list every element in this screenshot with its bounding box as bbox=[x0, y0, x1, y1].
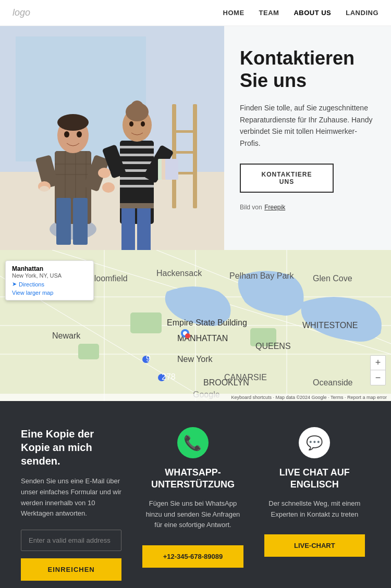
svg-rect-60 bbox=[130, 312, 162, 333]
svg-text:Newark: Newark bbox=[52, 331, 81, 340]
directions-icon: ➤ bbox=[12, 281, 17, 287]
map-section: MANHATTAN New York BROOKLYN QUEENS WHITE… bbox=[0, 250, 391, 401]
svg-point-48 bbox=[129, 121, 133, 127]
zoom-in-button[interactable]: + bbox=[371, 356, 385, 370]
svg-point-47 bbox=[131, 101, 143, 113]
submit-button[interactable]: EINREICHEN bbox=[21, 558, 121, 581]
svg-point-25 bbox=[64, 131, 69, 137]
email-form-column: Eine Kopie der Kopie an mich senden. Sen… bbox=[16, 427, 132, 581]
svg-text:New York: New York bbox=[177, 355, 213, 364]
svg-point-26 bbox=[77, 131, 82, 137]
hero-content: Kontaktieren Sie uns Finden Sie tolle, a… bbox=[224, 26, 391, 250]
svg-text:QUEENS: QUEENS bbox=[255, 342, 291, 351]
svg-rect-36 bbox=[137, 206, 151, 250]
email-input[interactable] bbox=[21, 530, 121, 551]
map-popup: Manhattan New York, NY, USA ➤ Directions… bbox=[5, 260, 94, 301]
nav-landing[interactable]: LANDING bbox=[346, 9, 378, 17]
map-popup-title: Manhattan bbox=[12, 265, 87, 272]
svg-text:9: 9 bbox=[146, 354, 151, 363]
whatsapp-description: Fügen Sie uns bei WhatsApp hinzu und sen… bbox=[142, 498, 243, 531]
nav-about[interactable]: ABOUT US bbox=[294, 9, 331, 17]
svg-point-81 bbox=[185, 333, 190, 339]
whatsapp-icon: 📞 bbox=[184, 434, 202, 452]
svg-point-49 bbox=[141, 121, 145, 127]
svg-point-40 bbox=[98, 168, 111, 178]
svg-text:Bloomfield: Bloomfield bbox=[89, 274, 128, 283]
map-attribution: Keyboard shortcuts · Map data ©2024 Goog… bbox=[231, 395, 387, 400]
svg-text:CANARSIE: CANARSIE bbox=[224, 373, 267, 382]
svg-rect-5 bbox=[193, 104, 197, 208]
whatsapp-column: 📞 Whatsapp-Unterstützung Fügen Sie uns b… bbox=[132, 427, 253, 568]
svg-rect-18 bbox=[73, 198, 88, 245]
dark-section: Eine Kopie der Kopie an mich senden. Sen… bbox=[0, 401, 391, 588]
whatsapp-title: Whatsapp-Unterstützung bbox=[142, 467, 243, 491]
livechat-button[interactable]: LIVE-CHART bbox=[264, 534, 365, 557]
svg-point-22 bbox=[102, 182, 115, 193]
zoom-out-button[interactable]: − bbox=[371, 370, 385, 385]
svg-rect-4 bbox=[172, 104, 176, 208]
livechat-icon-circle: 💬 bbox=[299, 427, 330, 458]
email-form-title: Eine Kopie der Kopie an mich senden. bbox=[21, 427, 121, 468]
svg-rect-35 bbox=[121, 206, 135, 250]
whatsapp-button[interactable]: +12-345-678-89089 bbox=[142, 545, 243, 568]
svg-text:Empire State Building: Empire State Building bbox=[167, 318, 247, 327]
email-form-description: Senden Sie uns eine E-Mail über unser ei… bbox=[21, 476, 121, 519]
svg-text:Hackensack: Hackensack bbox=[156, 269, 202, 278]
svg-point-27 bbox=[39, 186, 50, 194]
svg-text:278: 278 bbox=[162, 372, 176, 381]
livechat-column: 💬 LIVE CHAT AUF ENGLISCH Der schnellste … bbox=[254, 427, 375, 557]
navbar: logo HOME TEAM ABOUT US LANDING bbox=[0, 0, 391, 26]
svg-rect-7 bbox=[172, 151, 197, 154]
view-larger-map-link[interactable]: View larger map bbox=[12, 290, 87, 296]
svg-text:Pelham Bay Park: Pelham Bay Park bbox=[229, 271, 295, 280]
hero-section: Kontaktieren Sie uns Finden Sie tolle, a… bbox=[0, 26, 391, 250]
svg-rect-44 bbox=[165, 159, 178, 180]
livechat-title: LIVE CHAT AUF ENGLISCH bbox=[264, 467, 365, 491]
svg-text:Oceanside: Oceanside bbox=[313, 378, 353, 387]
nav-team[interactable]: TEAM bbox=[259, 9, 279, 17]
svg-rect-62 bbox=[78, 344, 99, 359]
contact-button[interactable]: KONTAKTIERE UNS bbox=[240, 164, 334, 193]
svg-rect-6 bbox=[172, 130, 197, 133]
map-zoom-controls: + − bbox=[370, 355, 386, 385]
svg-rect-30 bbox=[120, 154, 154, 156]
map-directions-link[interactable]: ➤ Directions bbox=[12, 281, 87, 287]
svg-text:Glen Cove: Glen Cove bbox=[313, 274, 352, 283]
logo: logo bbox=[13, 7, 30, 18]
livechat-description: Der schnellste Weg, mit einem Experten i… bbox=[264, 498, 365, 520]
svg-rect-37 bbox=[120, 203, 154, 208]
nav-links: HOME TEAM ABOUT US LANDING bbox=[223, 9, 378, 17]
hero-image bbox=[0, 26, 224, 250]
chat-icon: 💬 bbox=[306, 435, 323, 451]
svg-rect-31 bbox=[120, 161, 154, 164]
hero-description: Finden Sie tolle, auf Sie zugeschnittene… bbox=[240, 102, 375, 149]
svg-rect-17 bbox=[56, 198, 71, 245]
hero-credit: Bild von Freepik bbox=[240, 202, 375, 211]
freepik-link[interactable]: Freepik bbox=[264, 204, 285, 211]
map-popup-address: New York, NY, USA bbox=[12, 272, 87, 279]
svg-text:WHITESTONE: WHITESTONE bbox=[302, 321, 358, 330]
nav-home[interactable]: HOME bbox=[223, 9, 245, 17]
hero-title: Kontaktieren Sie uns bbox=[240, 47, 375, 92]
map-footer: Keyboard shortcuts · Map data ©2024 Goog… bbox=[0, 394, 391, 401]
svg-rect-29 bbox=[120, 146, 154, 148]
whatsapp-icon-circle: 📞 bbox=[177, 427, 209, 458]
svg-rect-34 bbox=[120, 185, 154, 187]
svg-point-24 bbox=[57, 114, 89, 131]
